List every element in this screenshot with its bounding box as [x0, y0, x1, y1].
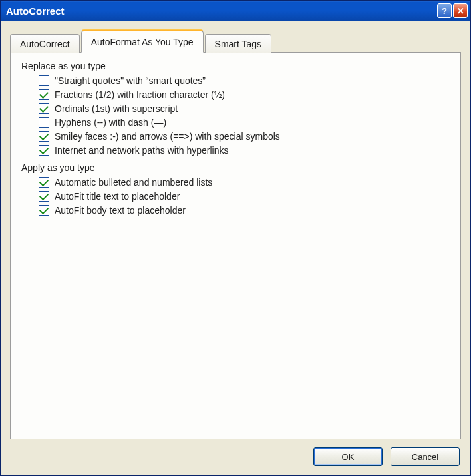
option-smiley: Smiley faces :-) and arrows (==>) with s… [39, 131, 450, 142]
option-label: Automatic bulleted and numbered lists [55, 177, 212, 188]
cancel-button[interactable]: Cancel [391, 447, 460, 466]
checkbox-hyperlinks[interactable] [39, 145, 49, 156]
option-label: Smiley faces :-) and arrows (==>) with s… [55, 131, 280, 142]
checkbox-bulleted-lists[interactable] [39, 177, 49, 188]
dialog-title: AutoCorrect [6, 5, 436, 17]
dialog-footer: OK Cancel [10, 439, 461, 469]
option-label: Fractions (1/2) with fraction character … [55, 89, 225, 100]
ok-button[interactable]: OK [313, 447, 383, 466]
help-icon: ? [442, 6, 447, 16]
button-label: OK [342, 452, 355, 462]
option-label: AutoFit title text to placeholder [55, 191, 180, 202]
option-bulleted-lists: Automatic bulleted and numbered lists [39, 177, 450, 188]
checkbox-autofit-body[interactable] [39, 205, 49, 216]
option-autofit-title: AutoFit title text to placeholder [39, 191, 450, 202]
checkbox-fractions[interactable] [39, 89, 49, 100]
option-label: Hyphens (--) with dash (—) [55, 117, 166, 128]
option-autofit-body: AutoFit body text to placeholder [39, 205, 450, 216]
checkbox-hyphens[interactable] [39, 117, 49, 128]
option-label: Internet and network paths with hyperlin… [55, 145, 228, 156]
checkbox-autofit-title[interactable] [39, 191, 49, 202]
option-label: AutoFit body text to placeholder [55, 205, 186, 216]
tabstrip: AutoCorrect AutoFormat As You Type Smart… [10, 30, 461, 53]
group-label-replace: Replace as you type [21, 61, 450, 71]
titlebar[interactable]: AutoCorrect ? ✕ [1, 1, 470, 21]
checkbox-straight-quotes[interactable] [39, 75, 49, 86]
option-hyphens: Hyphens (--) with dash (—) [39, 117, 450, 128]
tab-autocorrect[interactable]: AutoCorrect [10, 34, 80, 53]
button-label: Cancel [412, 452, 438, 462]
group-label-apply: Apply as you type [21, 162, 450, 173]
tab-label: Smart Tags [215, 39, 262, 49]
tab-label: AutoCorrect [20, 39, 70, 49]
option-ordinals: Ordinals (1st) with superscript [39, 103, 450, 114]
checkbox-ordinals[interactable] [39, 103, 49, 114]
help-button[interactable]: ? [437, 3, 452, 18]
option-label: Ordinals (1st) with superscript [55, 103, 178, 114]
option-label: "Straight quotes" with “smart quotes” [55, 75, 206, 86]
close-icon: ✕ [457, 6, 464, 16]
tab-smart-tags[interactable]: Smart Tags [205, 34, 272, 53]
checkbox-smiley[interactable] [39, 131, 49, 142]
autocorrect-dialog: AutoCorrect ? ✕ AutoCorrect AutoFormat A… [0, 0, 471, 476]
dialog-body: AutoCorrect AutoFormat As You Type Smart… [1, 21, 470, 475]
close-button[interactable]: ✕ [453, 3, 468, 18]
option-straight-quotes: "Straight quotes" with “smart quotes” [39, 75, 450, 86]
tab-panel: Replace as you type "Straight quotes" wi… [10, 52, 461, 439]
tab-autoformat-as-you-type[interactable]: AutoFormat As You Type [81, 31, 204, 53]
tab-label: AutoFormat As You Type [91, 37, 194, 47]
option-hyperlinks: Internet and network paths with hyperlin… [39, 145, 450, 156]
option-fractions: Fractions (1/2) with fraction character … [39, 89, 450, 100]
